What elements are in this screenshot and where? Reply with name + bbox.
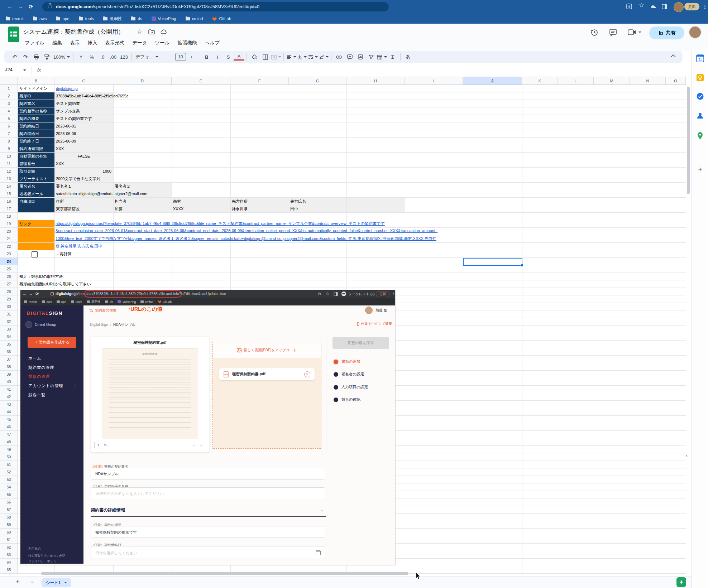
zoom-select[interactable]: 100% — [52, 54, 71, 60]
row-header-16[interactable]: 16 — [0, 198, 18, 205]
row-header-4[interactable]: 4 — [0, 107, 18, 115]
cloud-status-icon[interactable] — [161, 29, 168, 34]
column-header-N[interactable]: N — [630, 77, 666, 85]
wizard-step-4[interactable]: 雛形の確認 — [334, 397, 360, 402]
bookmark-VoicePing[interactable]: VoicePing — [152, 16, 176, 21]
cell-G16[interactable]: 先方氏名 — [289, 198, 306, 205]
row-header-21[interactable]: 21 — [0, 235, 18, 243]
row-header-36[interactable]: 36 — [0, 348, 18, 356]
pdf-pager[interactable]: 1/6 — [94, 442, 107, 448]
move-folder-icon[interactable] — [148, 29, 155, 34]
insert-link-icon[interactable] — [334, 56, 344, 59]
column-header-D[interactable]: D — [113, 77, 172, 85]
row-header-57[interactable]: 57 — [0, 506, 18, 514]
row-header-63[interactable]: 63 — [0, 551, 18, 559]
install-icon[interactable] — [626, 4, 632, 9]
row-header-50[interactable]: 50 — [0, 453, 18, 461]
fill-color-icon[interactable] — [249, 54, 260, 60]
pdf-nav-arrows[interactable]: ←→ — [192, 443, 205, 447]
font-select[interactable]: デフォ... — [134, 54, 160, 60]
row-header-51[interactable]: 51 — [0, 461, 18, 468]
strikethrough-button[interactable]: S — [223, 54, 234, 60]
conclusion-date-input[interactable]: 日付を選択してください — [91, 546, 325, 559]
menu-データ[interactable]: データ — [129, 39, 150, 47]
extensions-icon[interactable] — [650, 4, 656, 9]
functions-button[interactable]: Σ — [387, 54, 398, 60]
row-header-41[interactable]: 41 — [0, 386, 18, 393]
insert-chart-icon[interactable] — [355, 54, 366, 59]
split-screen-icon[interactable] — [662, 4, 667, 9]
cell-B8[interactable]: 契約終了日 — [18, 138, 39, 145]
text-wrap-icon[interactable] — [307, 55, 318, 59]
row-header-24[interactable]: 24 — [0, 258, 18, 265]
document-title[interactable]: システム連携：契約書作成（公開用） — [23, 28, 124, 36]
row-header-12[interactable]: 12 — [0, 168, 18, 175]
column-header-M[interactable]: M — [594, 77, 630, 85]
borders-icon[interactable] — [260, 54, 271, 60]
row-header-34[interactable]: 34 — [0, 333, 18, 341]
breadcrumb[interactable]: Digital Sign › NDAサンプル — [90, 322, 135, 327]
row-header-47[interactable]: 47 — [0, 431, 18, 438]
row-header-44[interactable]: 44 — [0, 408, 18, 416]
cell-C8[interactable]: 2025-06-09 — [54, 138, 76, 145]
contract-search[interactable]: 契約書の検索 — [90, 308, 116, 313]
text-rotation-icon[interactable] — [318, 55, 329, 59]
collapse-toolbar-icon[interactable] — [671, 54, 676, 57]
bold-button[interactable]: B — [201, 54, 212, 60]
insert-comment-icon[interactable] — [344, 54, 355, 59]
wizard-step-3[interactable]: 入力項目の設定 — [334, 385, 368, 390]
increase-decimal-button[interactable]: .00 — [108, 54, 119, 60]
formula-input[interactable] — [47, 64, 688, 77]
fill-handle[interactable] — [521, 264, 523, 267]
format-percent-button[interactable]: % — [86, 54, 97, 60]
cell-D14[interactable]: 署名者２ — [113, 183, 130, 190]
sheets-logo-icon[interactable] — [7, 26, 20, 43]
row-header-22[interactable]: 22 — [0, 243, 18, 250]
bookmark-ds[interactable]: ds — [131, 16, 142, 21]
cell-B12[interactable]: 取引金額 — [18, 168, 35, 175]
row-header-9[interactable]: 9 — [0, 145, 18, 153]
version-history-icon[interactable] — [590, 29, 598, 37]
menu-ファイル[interactable]: ファイル — [21, 39, 48, 47]
row-header-26[interactable]: 26 — [0, 273, 18, 280]
get-addons-icon[interactable]: + — [696, 165, 704, 173]
column-header-E[interactable]: E — [172, 77, 230, 85]
horizontal-scrollbar[interactable] — [41, 572, 408, 575]
row-header-6[interactable]: 6 — [0, 122, 18, 130]
cell-C14[interactable]: 署名者１ — [54, 183, 72, 190]
cell-D15[interactable]: signer2@mail.com — [113, 190, 147, 198]
undo-icon[interactable]: ↶ — [9, 54, 20, 60]
contract-link-line-4[interactable]: 所,神奈川県,先方氏名,田中 — [56, 244, 102, 249]
cell-C5[interactable]: テストの契約書です — [54, 115, 92, 122]
sidebar-item-5[interactable]: 顧客一覧 — [28, 392, 46, 398]
row-header-33[interactable]: 33 — [0, 326, 18, 333]
cell-C12[interactable]: 1000 — [54, 168, 113, 175]
user-account[interactable]: 加藤 智 — [365, 307, 387, 314]
menu-挿入[interactable]: 挿入 — [84, 39, 100, 47]
contract-link-line-2[interactable]: &contract_conclusion_date=2023-06-01&con… — [56, 228, 437, 233]
increase-font-button[interactable]: + — [186, 54, 197, 60]
row-header-42[interactable]: 42 — [0, 393, 18, 401]
table-icon[interactable] — [377, 55, 387, 59]
merge-cells-icon[interactable] — [271, 55, 281, 59]
account-avatar[interactable] — [689, 26, 702, 39]
row-header-37[interactable]: 37 — [0, 356, 18, 363]
cell-C15[interactable]: satoshi.kato+digitalsign@cmind-co.jp — [54, 190, 113, 198]
row-header-48[interactable]: 48 — [0, 438, 18, 446]
cell-G17[interactable]: 田中 — [289, 205, 298, 213]
footer-link-2[interactable]: 特定商取引法に基づく表記 — [28, 554, 65, 558]
italic-button[interactable]: I — [212, 54, 223, 60]
footer-link-3[interactable]: プライバシーポリシー — [28, 559, 59, 564]
contacts-icon[interactable] — [696, 112, 704, 120]
meet-icon[interactable] — [628, 29, 641, 35]
cell-C3[interactable]: テスト契約書 — [54, 100, 80, 107]
cell-E16[interactable]: 商材 — [172, 198, 181, 205]
font-size-input[interactable]: 10 — [175, 53, 186, 61]
footer-link-1[interactable]: 利用規約 — [28, 547, 40, 551]
address-bar[interactable]: docs.google.com/spreadsheets/d/1nZ-liskK… — [42, 2, 389, 11]
print-icon[interactable] — [31, 54, 42, 59]
cell-E17[interactable]: XXXX — [172, 205, 183, 213]
text-color-button[interactable]: A — [234, 53, 244, 61]
back-button[interactable]: ← — [7, 0, 13, 14]
row-header-28[interactable]: 28 — [0, 288, 18, 295]
